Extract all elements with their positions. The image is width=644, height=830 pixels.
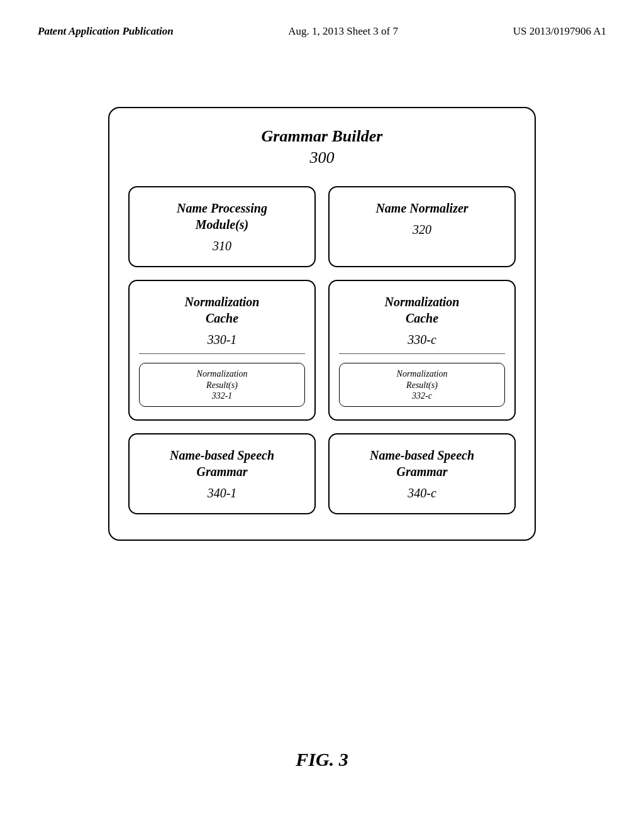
inner-grid: Name ProcessingModule(s) 310 Name Normal… <box>128 186 516 514</box>
speech-grammar-1-title: Name-based SpeechGrammar <box>139 447 305 480</box>
norm-result-1-box: NormalizationResult(s) 332-1 <box>139 363 305 407</box>
figure-label: FIG. 3 <box>0 749 644 770</box>
norm-cache-c-title: NormalizationCache <box>339 294 505 326</box>
norm-cache-1-number: 330-1 <box>139 333 305 347</box>
norm-result-c-title: NormalizationResult(s) <box>346 368 498 391</box>
norm-cache-1-title: NormalizationCache <box>139 294 305 326</box>
speech-grammar-1-box: Name-based SpeechGrammar 340-1 <box>128 433 316 514</box>
norm-result-1-title: NormalizationResult(s) <box>146 368 298 391</box>
norm-cache-1-divider <box>139 353 305 354</box>
speech-grammar-1-number: 340-1 <box>139 486 305 501</box>
grammar-builder-title: Grammar Builder <box>128 127 516 146</box>
name-normalizer-box: Name Normalizer 320 <box>328 186 516 267</box>
publication-label: Patent Application Publication <box>38 25 174 38</box>
norm-cache-1-box: NormalizationCache 330-1 NormalizationRe… <box>128 280 316 421</box>
name-normalizer-number: 320 <box>339 223 505 237</box>
date-sheet-label: Aug. 1, 2013 Sheet 3 of 7 <box>288 25 398 38</box>
diagram-container: Grammar Builder 300 Name ProcessingModul… <box>63 107 581 541</box>
grammar-builder-number: 300 <box>128 148 516 167</box>
norm-cache-c-number: 330-c <box>339 333 505 347</box>
speech-grammar-c-box: Name-based SpeechGrammar 340-c <box>328 433 516 514</box>
name-processing-title: Name ProcessingModule(s) <box>139 200 305 233</box>
name-processing-number: 310 <box>139 239 305 253</box>
patent-number-label: US 2013/0197906 A1 <box>513 25 606 38</box>
page-header: Patent Application Publication Aug. 1, 2… <box>0 0 644 38</box>
speech-grammar-c-title: Name-based SpeechGrammar <box>339 447 505 480</box>
speech-grammar-c-number: 340-c <box>339 486 505 501</box>
norm-result-c-box: NormalizationResult(s) 332-c <box>339 363 505 407</box>
norm-cache-c-divider <box>339 353 505 354</box>
norm-cache-c-box: NormalizationCache 330-c NormalizationRe… <box>328 280 516 421</box>
name-normalizer-title: Name Normalizer <box>339 200 505 216</box>
name-processing-box: Name ProcessingModule(s) 310 <box>128 186 316 267</box>
grammar-builder-box: Grammar Builder 300 Name ProcessingModul… <box>108 107 536 541</box>
norm-result-c-number: 332-c <box>346 391 498 401</box>
norm-result-1-number: 332-1 <box>146 391 298 401</box>
